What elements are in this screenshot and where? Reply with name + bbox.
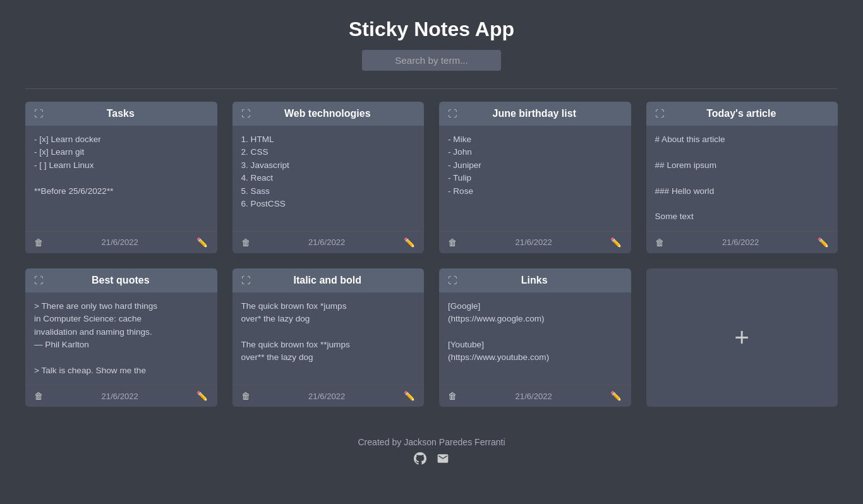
- note-title-june-birthday-list: June birthday list: [457, 108, 612, 119]
- expand-icon-best-quotes[interactable]: [34, 275, 43, 285]
- note-card-todays-article: Today's article # About this article ## …: [646, 102, 838, 253]
- note-header-todays-article: Today's article: [646, 102, 838, 126]
- note-header-links: Links: [439, 268, 631, 292]
- note-body-tasks: - [x] Learn docker - [x] Learn git - [ ]…: [25, 126, 217, 231]
- github-link[interactable]: [414, 451, 426, 465]
- note-card-tasks: Tasks - [x] Learn docker - [x] Learn git…: [25, 102, 217, 253]
- note-body-links: [Google] (https://www.google.com) [Youtu…: [439, 292, 631, 385]
- note-date-best-quotes: 21/6/2022: [102, 392, 138, 401]
- note-card-june-birthday-list: June birthday list - Mike - John - Junip…: [439, 102, 631, 253]
- note-date-links: 21/6/2022: [516, 392, 552, 401]
- delete-button-june-birthday-list[interactable]: [448, 237, 457, 248]
- expand-icon-links[interactable]: [448, 275, 457, 285]
- divider: [25, 88, 838, 89]
- note-title-todays-article: Today's article: [664, 108, 819, 119]
- note-card-italic-and-bold: Italic and bold The quick brown fox *jum…: [232, 268, 425, 407]
- note-title-italic-and-bold: Italic and bold: [250, 275, 406, 286]
- note-date-tasks: 21/6/2022: [102, 237, 138, 247]
- add-note-icon: +: [735, 323, 749, 352]
- github-icon: [414, 452, 426, 465]
- note-body-italic-and-bold: The quick brown fox *jumps over* the laz…: [232, 292, 425, 385]
- note-header-tasks: Tasks: [25, 102, 217, 126]
- note-footer-best-quotes: 21/6/2022: [25, 385, 217, 407]
- app-title: Sticky Notes App: [0, 18, 863, 41]
- edit-button-links[interactable]: [610, 390, 622, 402]
- note-date-todays-article: 21/6/2022: [722, 237, 759, 247]
- note-title-tasks: Tasks: [43, 108, 198, 119]
- delete-button-tasks[interactable]: [34, 237, 43, 248]
- edit-button-web-technologies[interactable]: [404, 237, 415, 248]
- note-header-june-birthday-list: June birthday list: [439, 102, 631, 126]
- edit-button-italic-and-bold[interactable]: [404, 390, 415, 402]
- add-note-card[interactable]: +: [646, 268, 838, 407]
- mail-icon: [437, 452, 449, 465]
- note-body-best-quotes: > There are only two hard things in Comp…: [25, 292, 217, 385]
- expand-icon-italic-and-bold[interactable]: [241, 275, 250, 285]
- note-footer-june-birthday-list: 21/6/2022: [439, 231, 631, 253]
- expand-icon-june-birthday-list[interactable]: [448, 109, 457, 119]
- edit-button-best-quotes[interactable]: [196, 390, 208, 402]
- note-body-todays-article: # About this article ## Lorem ipsum ### …: [646, 126, 838, 231]
- email-link[interactable]: [437, 451, 449, 465]
- note-footer-web-technologies: 21/6/2022: [232, 231, 425, 253]
- footer: Created by Jackson Paredes Ferranti: [0, 426, 863, 472]
- note-date-web-technologies: 21/6/2022: [308, 237, 345, 247]
- note-header-web-technologies: Web technologies: [232, 102, 425, 126]
- note-date-italic-and-bold: 21/6/2022: [308, 392, 345, 401]
- edit-button-june-birthday-list[interactable]: [610, 237, 622, 248]
- search-input[interactable]: [362, 50, 501, 71]
- footer-credit: Created by Jackson Paredes Ferranti: [358, 437, 505, 447]
- delete-button-links[interactable]: [448, 390, 457, 402]
- note-header-best-quotes: Best quotes: [25, 268, 217, 292]
- note-title-web-technologies: Web technologies: [250, 108, 406, 119]
- note-card-links: Links [Google] (https://www.google.com) …: [439, 268, 631, 407]
- note-body-web-technologies: 1. HTML 2. CSS 3. Javascript 4. React 5.…: [232, 126, 425, 231]
- note-card-best-quotes: Best quotes > There are only two hard th…: [25, 268, 217, 407]
- note-title-links: Links: [457, 275, 612, 286]
- edit-button-tasks[interactable]: [196, 237, 208, 248]
- note-footer-tasks: 21/6/2022: [25, 231, 217, 253]
- note-footer-todays-article: 21/6/2022: [646, 231, 838, 253]
- expand-icon-todays-article[interactable]: [655, 109, 664, 119]
- expand-icon-web-technologies[interactable]: [241, 109, 250, 119]
- note-body-june-birthday-list: - Mike - John - Juniper - Tulip - Rose: [439, 126, 631, 231]
- note-footer-italic-and-bold: 21/6/2022: [232, 385, 425, 407]
- footer-links: [0, 451, 863, 465]
- notes-grid: Tasks - [x] Learn docker - [x] Learn git…: [0, 102, 863, 426]
- note-footer-links: 21/6/2022: [439, 385, 631, 407]
- delete-button-web-technologies[interactable]: [241, 237, 250, 248]
- delete-button-todays-article[interactable]: [655, 237, 664, 248]
- delete-button-best-quotes[interactable]: [34, 390, 43, 402]
- note-card-web-technologies: Web technologies 1. HTML 2. CSS 3. Javas…: [232, 102, 425, 253]
- note-title-best-quotes: Best quotes: [43, 275, 198, 286]
- edit-button-todays-article[interactable]: [818, 237, 829, 248]
- note-header-italic-and-bold: Italic and bold: [232, 268, 425, 292]
- note-date-june-birthday-list: 21/6/2022: [516, 237, 552, 247]
- delete-button-italic-and-bold[interactable]: [241, 390, 250, 402]
- expand-icon-tasks[interactable]: [34, 109, 43, 119]
